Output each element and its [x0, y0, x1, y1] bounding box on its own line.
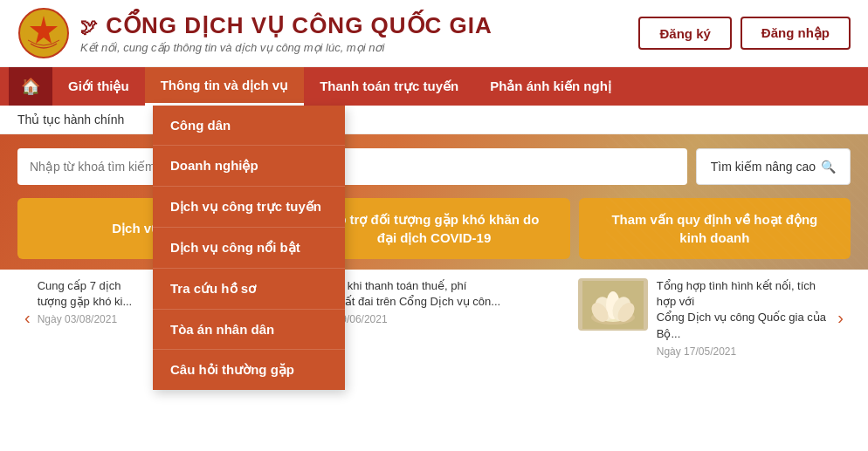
header: 🕊 CỔNG DỊCH VỤ CÔNG QUỐC GIA Kết nối, cu…	[0, 0, 868, 67]
breadcrumb: Thủ tục hành chính	[0, 106, 868, 134]
news-text: Cung cấp 7 dịchtượng gặp khó ki...	[38, 278, 133, 310]
login-button[interactable]: Đăng nhập	[741, 17, 851, 50]
dropdown-item-dich-vu-cong-tt[interactable]: Dịch vụ công trực tuyến	[153, 187, 345, 228]
list-item: Tổng hợp tình hình kết nối, tích hợp với…	[578, 278, 831, 358]
nav-item-thanh-toan[interactable]: Thanh toán trực tuyến	[304, 67, 474, 106]
nav-home-button[interactable]: 🏠	[9, 67, 52, 106]
nav-item-thong-tin[interactable]: Thông tin và dịch vụ	[145, 67, 305, 106]
dropdown-item-doanh-nghiep[interactable]: Doanh nghiệp	[153, 146, 345, 187]
nav-item-gioi-thieu[interactable]: Giới thiệu	[52, 67, 145, 106]
register-button[interactable]: Đăng ký	[638, 17, 731, 50]
news-text: Tổng hợp tình hình kết nối, tích hợp với…	[657, 278, 831, 342]
bird-decoration: 🕊	[80, 17, 99, 37]
prev-arrow[interactable]: ‹	[17, 278, 38, 358]
hero-section: Tìm kiếm nâng cao 🔍 Dịch vụ công Hỗ trợ …	[0, 134, 868, 270]
dropdown-item-cong-dan[interactable]: Công dân	[153, 106, 345, 146]
nav-wrapper: 🏠 Giới thiệu Thông tin và dịch vụ Thanh …	[0, 67, 868, 106]
site-subtitle: Kết nối, cung cấp thông tin và dịch vụ c…	[80, 41, 638, 54]
site-title: 🕊 CỔNG DỊCH VỤ CÔNG QUỐC GIA	[80, 12, 638, 39]
news-thumbnail	[578, 278, 648, 331]
news-date: Ngày 03/08/2021	[38, 313, 133, 325]
logo-text-area: 🕊 CỔNG DỊCH VỤ CÔNG QUỐC GIA Kết nối, cu…	[80, 12, 638, 54]
hero-pattern	[606, 134, 868, 270]
search-input[interactable]	[17, 148, 687, 185]
news-section: ‹ Cung cấp 7 dịchtượng gặp khó ki... Ngà…	[0, 270, 868, 366]
nav-bar: 🏠 Giới thiệu Thông tin và dịch vụ Thanh …	[0, 67, 868, 106]
dropdown-item-tra-cuu[interactable]: Tra cứu hồ sơ	[153, 269, 345, 310]
nav-item-phan-anh[interactable]: Phản ánh kiến nghị	[474, 67, 627, 106]
dropdown-menu: Công dân Doanh nghiệp Dịch vụ công trực …	[153, 106, 345, 390]
dropdown-item-cau-hoi[interactable]: Câu hỏi thường gặp	[153, 350, 345, 390]
home-icon: 🏠	[21, 77, 40, 96]
logo-emblem	[17, 7, 70, 59]
next-arrow[interactable]: ›	[830, 278, 851, 358]
header-buttons: Đăng ký Đăng nhập	[638, 17, 851, 50]
dropdown-item-toa-an[interactable]: Tòa án nhân dân	[153, 310, 345, 350]
dropdown-item-dich-vu-cong-nb[interactable]: Dịch vụ công nổi bật	[153, 228, 345, 269]
list-item: ích '5K' khi thanh toán thuế, phíúc ba đ…	[307, 278, 561, 358]
news-date: Ngày 17/05/2021	[657, 345, 831, 358]
